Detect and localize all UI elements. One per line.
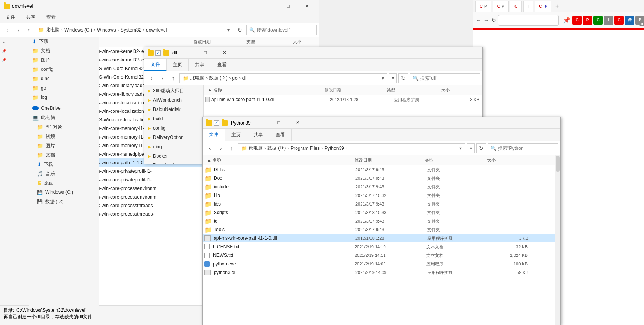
ext-4[interactable]: C bbox=[614, 16, 624, 25]
dll-tab-home[interactable]: 主页 bbox=[167, 59, 189, 71]
dll-refresh-btn[interactable]: ↻ bbox=[398, 73, 408, 83]
bg-maximize-btn[interactable]: □ bbox=[279, 0, 297, 12]
browser-tab-2[interactable]: C bbox=[510, 1, 522, 12]
nav-music[interactable]: 🎵 音乐 bbox=[29, 169, 99, 178]
nav-drive-d[interactable]: 💾 数据 (D:) bbox=[29, 197, 99, 206]
py-col-name[interactable]: ▲ 名称 bbox=[204, 157, 352, 163]
bg-refresh-btn[interactable]: ↻ bbox=[235, 25, 245, 35]
dll-up-btn[interactable]: ↑ bbox=[169, 74, 178, 83]
browser-tab-0[interactable]: C P bbox=[475, 1, 491, 12]
dll-address-path[interactable]: 📁 此电脑 › 数据 (D:) › go › dll ▾ bbox=[179, 73, 387, 83]
bg-dropdown-arrow[interactable]: ▾ bbox=[227, 27, 230, 33]
dll-tab-file[interactable]: 文件 bbox=[144, 59, 167, 71]
py-tab-file[interactable]: 文件 bbox=[203, 129, 225, 141]
py-tab-share[interactable]: 共享 bbox=[247, 129, 269, 141]
ext-6[interactable]: P OFF bbox=[635, 16, 644, 25]
dll-tab-share[interactable]: 共享 bbox=[189, 59, 211, 71]
py-dropdown-arrow[interactable]: ▾ bbox=[459, 146, 462, 151]
bg-tab-share[interactable]: 共享 bbox=[24, 12, 38, 22]
nav-video[interactable]: 📁 视频 bbox=[29, 132, 99, 141]
bg-side-pin1[interactable]: ▲ bbox=[0, 38, 29, 46]
py-minimize-btn[interactable]: － bbox=[251, 117, 269, 129]
browser-back-btn[interactable]: ← bbox=[475, 14, 482, 26]
py-addr-dropdown[interactable]: ▾ bbox=[467, 143, 475, 153]
dll-tab-view[interactable]: 查看 bbox=[211, 59, 233, 71]
nav-docs[interactable]: 📁 文档 bbox=[29, 46, 99, 55]
py-search-box[interactable]: 🔍 bbox=[488, 143, 558, 153]
ext-5[interactable]: 译 bbox=[625, 16, 634, 25]
ext-3[interactable]: I bbox=[604, 16, 613, 25]
py-checkbox[interactable]: ✓ bbox=[214, 120, 219, 126]
dll-nav-download[interactable]: ▶ Download bbox=[144, 161, 203, 164]
browser-tab-3[interactable]: I bbox=[523, 1, 533, 12]
py-file-doc[interactable]: 📁 Doc 2021/3/17 9:43 文件夹 bbox=[203, 174, 555, 183]
py-tab-view[interactable]: 查看 bbox=[269, 129, 292, 141]
py-refresh-btn[interactable]: ↻ bbox=[476, 143, 486, 153]
browser-forward-btn[interactable]: → bbox=[483, 14, 489, 26]
bg-crumb-c[interactable]: Windows (C:) bbox=[64, 27, 92, 33]
nav-ding[interactable]: 📁 ding bbox=[29, 74, 99, 83]
ext-0[interactable]: C bbox=[572, 16, 582, 25]
dll-search-box[interactable]: 🔍 bbox=[410, 73, 480, 83]
bg-search-box[interactable]: 🔍 bbox=[246, 25, 317, 35]
bg-forward-btn[interactable]: › bbox=[14, 25, 23, 35]
nav-download2[interactable]: ⬇ 下载 bbox=[29, 160, 99, 169]
py-close-btn[interactable]: ✕ bbox=[289, 117, 307, 128]
py-col-type[interactable]: 类型 bbox=[422, 157, 485, 163]
py-file-scripts[interactable]: 📁 Scripts 2021/3/18 10:33 文件夹 bbox=[203, 208, 555, 217]
dll-nav-ding[interactable]: ▶ ding bbox=[144, 142, 203, 151]
nav-pics[interactable]: 📁 图片 bbox=[29, 55, 99, 65]
py-file-news[interactable]: NEWS.txt 2021/2/19 14:11 文本文档 1,024 KB bbox=[203, 251, 555, 260]
py-file-include[interactable]: 📁 include 2021/3/17 9:43 文件夹 bbox=[203, 183, 555, 191]
py-scrollbar-thumb[interactable] bbox=[556, 156, 560, 172]
dll-crumb-go[interactable]: go bbox=[232, 76, 237, 81]
dll-col-date[interactable]: 修改日期 bbox=[322, 87, 384, 93]
bg-col-date[interactable]: 修改日期 bbox=[191, 39, 244, 45]
dll-addr-dropdown[interactable]: ▾ bbox=[389, 73, 397, 83]
bg-side-pin3[interactable]: 📌 bbox=[0, 56, 29, 64]
py-file-tcl[interactable]: 📁 tcl 2021/3/17 9:43 文件夹 bbox=[203, 217, 555, 225]
bg-tab-file[interactable]: 文件 bbox=[4, 12, 18, 22]
dll-nav-baidu[interactable]: ▶ BaiduNetdisk bbox=[144, 105, 203, 114]
dll-nav-ali[interactable]: ▶ AliWorkbench bbox=[144, 95, 203, 105]
py-crumb-py[interactable]: Python39 bbox=[324, 146, 344, 151]
bg-crumb-sys32[interactable]: System32 bbox=[121, 27, 141, 33]
nav-3d[interactable]: 📁 3D 对象 bbox=[29, 122, 99, 132]
dll-back-btn[interactable]: ‹ bbox=[147, 74, 156, 83]
nav-download[interactable]: ⬇ 下载 bbox=[29, 37, 99, 46]
py-file-libs[interactable]: 📁 libs 2021/3/17 9:43 文件夹 bbox=[203, 200, 555, 208]
py-up-btn[interactable]: ↑ bbox=[227, 144, 236, 153]
py-scrollbar[interactable] bbox=[555, 155, 560, 325]
dll-file-0[interactable]: api-ms-win-core-path-l1-1-0.dll 2012/1/1… bbox=[204, 95, 482, 104]
py-tab-home[interactable]: 主页 bbox=[225, 129, 247, 141]
py-file-dlls[interactable]: 📁 DLLs 2021/3/17 9:43 文件夹 bbox=[203, 165, 555, 174]
dll-col-name[interactable]: ▲ 名称 bbox=[205, 87, 322, 93]
dll-dropdown-arrow[interactable]: ▾ bbox=[382, 76, 384, 81]
browser-pin-icon[interactable]: 📌 bbox=[562, 16, 571, 25]
browser-tab-1[interactable]: C P bbox=[493, 1, 509, 12]
nav-log[interactable]: 📁 log bbox=[29, 93, 99, 102]
bg-minimize-btn[interactable]: － bbox=[260, 0, 278, 12]
py-search-input[interactable] bbox=[498, 146, 556, 151]
py-crumb-pc[interactable]: 此电脑 bbox=[249, 145, 263, 151]
bg-up-btn[interactable]: ↑ bbox=[25, 26, 33, 34]
py-maximize-btn[interactable]: □ bbox=[270, 117, 288, 128]
dll-nav-delivery[interactable]: ▶ DeliveryOption bbox=[144, 133, 203, 142]
nav-mypc[interactable]: 💻 此电脑 bbox=[29, 113, 99, 122]
py-crumb-d[interactable]: 数据 (D:) bbox=[267, 145, 286, 151]
ext-1[interactable]: P bbox=[583, 16, 592, 25]
bg-crumb-dl[interactable]: downlevel bbox=[146, 27, 167, 33]
bg-address-path[interactable]: 📁 此电脑 › Windows (C:) › Windows › System3… bbox=[35, 25, 233, 35]
dll-crumb-pc[interactable]: 此电脑 bbox=[190, 75, 204, 81]
nav-pics2[interactable]: 📁 图片 bbox=[29, 141, 99, 150]
browser-tab-4[interactable]: C 译 bbox=[535, 1, 551, 12]
bg-back-btn[interactable]: ‹ bbox=[3, 25, 12, 35]
nav-onedrive[interactable]: OneDrive bbox=[29, 104, 99, 113]
dll-minimize-btn[interactable]: － bbox=[177, 47, 195, 59]
nav-config[interactable]: 📁 config bbox=[29, 65, 99, 74]
dll-forward-btn[interactable]: › bbox=[158, 74, 167, 83]
dll-crumb-dll[interactable]: dll bbox=[242, 76, 247, 81]
bg-col-size[interactable]: 大小 bbox=[290, 39, 317, 45]
nav-desktop[interactable]: 🖥 桌面 bbox=[29, 178, 99, 188]
bg-crumb-win[interactable]: Windows bbox=[97, 27, 116, 33]
